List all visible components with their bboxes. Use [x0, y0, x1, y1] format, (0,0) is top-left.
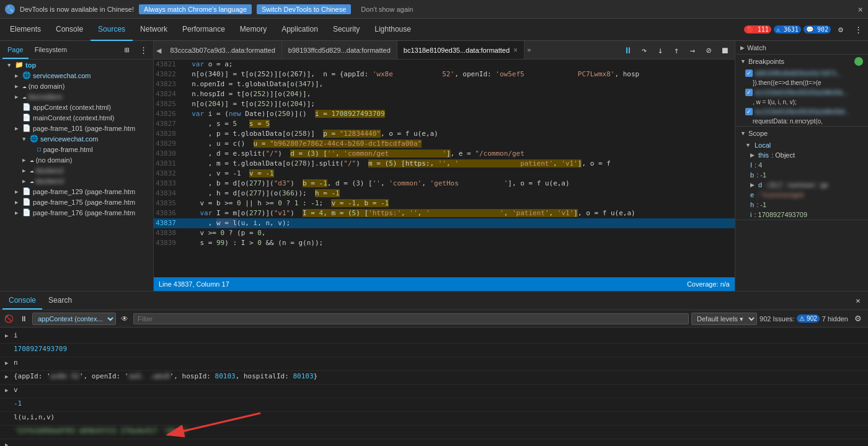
- scope-local[interactable]: ▼ Local: [735, 140, 868, 150]
- code-line-43833[interactable]: 43833 , b = d[o(277)]("d3") b = -1, d = …: [154, 179, 735, 189]
- debug-step-over[interactable]: ↷: [637, 43, 652, 58]
- console-close[interactable]: ×: [851, 293, 866, 308]
- console-row-luin[interactable]: l(u,i,n,v): [0, 412, 868, 426]
- bp-check-1[interactable]: [745, 69, 753, 77]
- code-line-43838[interactable]: 43838 v >= 0 ? (p = 0,: [154, 228, 735, 238]
- watch-section-header[interactable]: ▶ Watch: [735, 41, 868, 55]
- file-tab-overflow[interactable]: »: [525, 46, 534, 54]
- code-line-43831[interactable]: 43831 , m = t.globalData[o(278)].split("…: [154, 159, 735, 169]
- code-line-43828[interactable]: 43828 , p = t.globalData[o(258)] p = "12…: [154, 129, 735, 139]
- scope-i[interactable]: i : 1708927493709: [735, 210, 868, 220]
- scope-this[interactable]: ▶ this : Object: [735, 150, 868, 160]
- tab-lighthouse[interactable]: Lighthouse: [367, 19, 418, 41]
- tab-elements[interactable]: Elements: [2, 19, 48, 41]
- console-context-select[interactable]: appContext (contex...: [32, 313, 116, 325]
- console-row-input[interactable]: ▶: [0, 439, 868, 446]
- code-line-43825[interactable]: 43825 n[o(204)] = t[o(252)][o(204)];: [154, 99, 735, 109]
- expand-icon-obj[interactable]: ▶: [5, 373, 14, 380]
- match-language-button[interactable]: Always match Chrome's language: [139, 4, 252, 14]
- file-tab-3-close[interactable]: ×: [513, 46, 518, 55]
- expand-icon-n[interactable]: ▶: [5, 360, 14, 366]
- notification-close[interactable]: ×: [858, 4, 863, 14]
- bp-check-3[interactable]: [745, 108, 753, 115]
- bp-check-2[interactable]: [745, 89, 753, 96]
- customize-button[interactable]: ⋮: [851, 22, 866, 37]
- tree-item-pageframe176[interactable]: ▶ 📄 page-frame_176 (page-frame.htm: [0, 207, 153, 218]
- code-line-43824[interactable]: 43824 n.hospId = t[o(252)][o(204)],: [154, 89, 735, 99]
- tree-item-blur3[interactable]: ▶ ☁ bluritem3: [0, 176, 153, 186]
- scope-h[interactable]: h : -1: [735, 200, 868, 210]
- file-tab-2[interactable]: b98193ffcd5d829...data:formatted: [282, 41, 397, 60]
- breakpoint-1-sub[interactable]: }).then((e=>d.then((t=>(e: [735, 78, 868, 87]
- switch-language-button[interactable]: Switch DevTools to Chinese: [257, 4, 351, 14]
- scope-b[interactable]: b : -1: [735, 170, 868, 180]
- tree-item-servicewechat2[interactable]: ▼ 🌐 servicewechat.com: [0, 133, 153, 144]
- tree-item-nodomain1[interactable]: ▶ ☁ (no domain): [0, 81, 153, 91]
- code-line-43823[interactable]: 43823 n.openId = t.globalData[o(347)],: [154, 79, 735, 89]
- debug-deactivate[interactable]: ⊘: [701, 43, 716, 58]
- tree-item-pageframe129[interactable]: ▶ 📄 page-frame_129 (page-frame.htm: [0, 186, 153, 197]
- scope-I[interactable]: I : 4: [735, 160, 868, 170]
- console-clear-btn[interactable]: 🚫: [2, 313, 15, 325]
- code-line-43837[interactable]: 43837 , w = l(u, i, n, v);: [154, 218, 735, 228]
- file-tab-1[interactable]: 83ccca3b07ca9d3...data:formatted: [164, 41, 281, 60]
- console-row-obj[interactable]: ▶ {appId: 'wx8e 52', openId: 'ow5. .wmx8…: [0, 371, 868, 385]
- breakpoints-header[interactable]: ▼ Breakpoints: [735, 55, 868, 68]
- console-row-result[interactable]: '53fb1689da9f83 b84b43f23 276a4e417 '10a…: [0, 426, 868, 439]
- console-row-n[interactable]: ▶ n: [0, 357, 868, 371]
- tab-memory[interactable]: Memory: [232, 19, 274, 41]
- debug-pause-btn[interactable]: ⏸: [621, 43, 636, 58]
- code-line-43826[interactable]: 43826 var i = (new Date)[o(250)]() i = 1…: [154, 109, 735, 119]
- breakpoint-2[interactable]: bc1318e8109ed35283a3dfb45b...: [735, 87, 868, 97]
- tab-security[interactable]: Security: [326, 19, 367, 41]
- debug-step-out[interactable]: ↑: [669, 43, 684, 58]
- console-levels-select[interactable]: Default levels ▾: [691, 313, 757, 325]
- code-line-43827[interactable]: 43827 , s = 5 s = 5: [154, 119, 735, 129]
- scope-d[interactable]: ▶ d : (3) ['', 'common', 'ge: [735, 180, 868, 190]
- console-row-v[interactable]: ▶ v: [0, 385, 868, 398]
- console-filter-input[interactable]: [133, 313, 689, 324]
- issues-count[interactable]: ⚠ 902: [797, 314, 819, 323]
- breakpoint-1[interactable]: b98193ffcd5d829cb43c7d571...: [735, 68, 868, 78]
- tree-item-servicewechat[interactable]: ▶ 🌐 servicewechat.com: [0, 70, 153, 81]
- expand-icon-i[interactable]: ▶: [5, 332, 14, 339]
- code-line-43830[interactable]: 43830 , d = e.split("/") d = (3) ['', 'c…: [154, 149, 735, 159]
- tab-performance[interactable]: Performance: [175, 19, 232, 41]
- tab-application[interactable]: Application: [274, 19, 326, 41]
- file-tab-3[interactable]: bc1318e8109ed35...data:formatted ×: [397, 41, 525, 60]
- code-area[interactable]: 43821 var o = a; 43822 n[o(340)] = t[o(2…: [154, 60, 735, 277]
- tree-item-appcontext[interactable]: 📄 appContext (context.html): [0, 102, 153, 112]
- tree-item-nodomain2[interactable]: ▶ ☁ (no domain): [0, 154, 153, 165]
- tab-console[interactable]: Console: [48, 19, 91, 41]
- tree-item-pageframe101[interactable]: ▶ 📄 page-frame_101 (page-frame.htm: [0, 123, 153, 133]
- settings-button[interactable]: ⚙: [833, 22, 848, 37]
- console-row-neg1[interactable]: -1: [0, 398, 868, 412]
- console-row-i[interactable]: ▶ i: [0, 330, 868, 344]
- tab-network[interactable]: Network: [133, 19, 175, 41]
- scope-e[interactable]: e : "/common/geti: [735, 190, 868, 200]
- code-line-43829[interactable]: 43829 , u = c() u = "b962807e7862-44c4-b…: [154, 139, 735, 149]
- breakpoint-3-sub[interactable]: requestData: n.encrypt(o,: [735, 117, 868, 126]
- tree-item-blur2[interactable]: ▶ ☁ bluritem2: [0, 165, 153, 176]
- sidebar-tab-filesystem[interactable]: Filesystem: [30, 42, 73, 59]
- tab-sources[interactable]: Sources: [91, 19, 133, 41]
- breakpoint-2-sub[interactable]: , w = l(u, i, n, v);: [735, 97, 868, 107]
- issues-settings[interactable]: ⚙: [851, 311, 866, 326]
- sidebar-more-button[interactable]: ⋮: [136, 43, 151, 58]
- code-line-43821[interactable]: 43821 var o = a;: [154, 60, 735, 69]
- code-line-43832[interactable]: 43832 , v = -1 v = -1: [154, 169, 735, 179]
- tree-item-maincontext[interactable]: 📄 mainContext (context.html): [0, 112, 153, 123]
- filetab-prev[interactable]: ◀: [154, 41, 164, 60]
- code-line-43836[interactable]: 43836 var I = m[o(277)]("v1") I = 4, m =…: [154, 208, 735, 218]
- debug-stop[interactable]: ⏹: [717, 43, 732, 58]
- console-tab-search[interactable]: Search: [42, 292, 78, 310]
- tree-item-pageframe-html[interactable]: ◻ page-frame.html: [0, 144, 153, 154]
- tree-item-top[interactable]: ▼ 📁 top: [0, 60, 153, 70]
- tree-item-pageframe175[interactable]: ▶ 📄 page-frame_175 (page-frame.htm: [0, 197, 153, 207]
- code-line-43835[interactable]: 43835 v = b >= 0 || h >= 0 ? 1 : -1; v =…: [154, 198, 735, 208]
- dont-show-button[interactable]: Don't show again: [356, 4, 418, 14]
- code-line-43839[interactable]: 43839 s = 99) : I > 0 && (n = g(n));: [154, 238, 735, 248]
- tree-item-blur1[interactable]: ▶ ☁ blurreditem: [0, 91, 153, 102]
- scope-header[interactable]: ▼ Scope: [735, 127, 868, 140]
- breakpoint-3[interactable]: bc1318e8109ed35283a3dfb45bf...: [735, 107, 868, 117]
